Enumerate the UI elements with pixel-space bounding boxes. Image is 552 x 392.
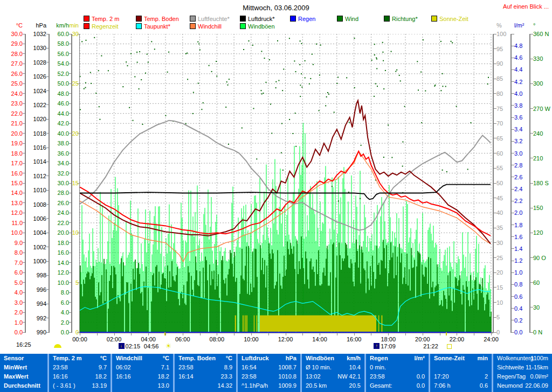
x-axis-tick	[200, 333, 201, 335]
axis-label-temp: 20.0	[0, 130, 23, 137]
table-cell: 23:581010.8	[238, 373, 300, 382]
axis-label-rain: 2.6	[514, 174, 522, 180]
axis-tick-hpa	[46, 48, 49, 48]
table-cell-label: Neumond	[497, 382, 523, 389]
axis-label-temp: 0.0	[0, 329, 23, 335]
table-cell: 16:1618.2	[49, 373, 111, 382]
x-axis-tick	[457, 333, 457, 335]
table-cell-value: 1008.7	[278, 364, 296, 370]
x-axis-tick	[371, 333, 371, 335]
x-axis-label: 08:00	[206, 336, 227, 342]
axis-tick-rain	[512, 34, 514, 34]
table-cell-label: Ø 10 min.	[306, 364, 332, 370]
axis-tick-kmh	[69, 193, 72, 193]
x-axis-label: 00:00	[69, 336, 91, 342]
legend-swatch-icon	[290, 16, 296, 22]
quick-view-link[interactable]: Auf einen Blick ...	[503, 3, 549, 10]
table-cell-label: Sonne-Zeit	[434, 355, 465, 361]
axis-label-temp: 4.0	[0, 289, 23, 296]
x-axis-tick	[234, 333, 234, 335]
moonset-icon: ↓	[119, 343, 125, 349]
axis-label-rain: 0.4	[514, 305, 522, 312]
axis-label-temp: 24.0	[0, 90, 23, 97]
table-cell-label: Temp. 2 m	[53, 355, 82, 361]
x-axis-tick	[474, 333, 474, 335]
axis-label-kmh: 54.0	[45, 60, 69, 67]
plot-area[interactable]	[80, 34, 492, 333]
axis-label-deg: 270 W	[533, 106, 550, 112]
table-cell: Neumond22.06.09	[493, 382, 552, 391]
legend-item-temp-2-m: Temp. 2 m	[84, 16, 119, 22]
table-cell: 7:06 h0.6	[430, 382, 492, 391]
table-cell: 13:02NW 42.1	[302, 373, 364, 382]
table-cell: Sonne-Zeitmin	[430, 355, 492, 363]
legend-item-windchill: Windchill	[190, 23, 222, 29]
axis-label-kmh: 4.0	[45, 309, 69, 316]
axis-label-temp: 30.0	[0, 31, 23, 37]
legend-item-richtung-: Richtung*	[384, 16, 418, 22]
axis-tick-hpa	[46, 218, 49, 219]
table-cell-label: MinWert	[4, 364, 27, 370]
axis-label-hpa: 1014	[23, 158, 46, 165]
axis-label-temp: 29.0	[0, 40, 23, 47]
table-cell: 0 min.	[366, 364, 429, 373]
legend-item-sonne-zeit: Sonne-Zeit	[431, 16, 468, 22]
table-cell-label: Wolkenunterg	[497, 355, 534, 361]
axis-label-hum: 15	[496, 284, 503, 291]
axis-label-rain: 1.8	[514, 222, 522, 228]
table-cell-label: 23:58	[370, 373, 385, 380]
legend-swatch-icon	[190, 16, 196, 22]
axis-tick-kmh	[69, 143, 72, 144]
axis-label-rain: 1.6	[514, 234, 522, 240]
legend-swatch-icon	[240, 23, 246, 29]
axis-tick-temp	[23, 44, 25, 44]
axis-label-kmh: 24.0	[45, 209, 69, 216]
table-cell-label: Temp. Boden	[178, 355, 216, 361]
axis-tick-kmh	[69, 242, 72, 243]
axis-tick-kmh	[69, 93, 72, 94]
axis-tick-temp	[23, 143, 25, 144]
axis-label-kmh: 22.0	[45, 220, 69, 226]
axis-label-temp: 11.0	[0, 220, 23, 226]
legend-swatch-icon	[136, 16, 142, 22]
axis-label-hpa: 1020	[23, 116, 46, 122]
axis-label-rain: 0.0	[514, 329, 522, 335]
table-cell-value: 8.9	[224, 364, 232, 370]
axis-tick-temp	[23, 322, 25, 323]
axis-tick-temp	[23, 222, 25, 223]
axis-label-temp: 23.0	[0, 100, 23, 107]
axis-tick-hpa	[46, 119, 49, 120]
sunrise-axis-tick	[164, 332, 165, 335]
corner-marker-icon	[54, 344, 61, 348]
x-axis-tick	[165, 333, 166, 335]
legend-item-luftfeuchte-: Luftfeuchte*	[190, 16, 230, 22]
axis-tick-kmh	[69, 153, 72, 153]
legend-item-regenzeit: Regenzeit	[84, 23, 119, 29]
table-cell: 23:589.7	[49, 364, 111, 373]
table-cell: Regenl/m²	[366, 355, 429, 363]
x-axis-tick	[337, 333, 337, 335]
axis-label-temp: 3.0	[0, 299, 23, 306]
table-cell: 06:027.1	[112, 364, 173, 373]
axis-unit-deg: °	[533, 22, 535, 29]
axis-label-kmh: 16.0	[45, 249, 69, 256]
axis-tick-kmh	[69, 173, 72, 173]
axis-label-rain: 3.6	[514, 114, 522, 121]
axis-label-temp: 28.0	[0, 51, 23, 57]
axis-label-min: 15	[55, 180, 79, 186]
moonrise-time: 17:09	[381, 343, 396, 349]
axis-label-min: 30	[55, 31, 79, 37]
legend-label: Temp. Boden	[144, 16, 179, 22]
axis-tick-kmh	[69, 163, 72, 164]
axis-label-kmh: 28.0	[45, 190, 69, 196]
axis-label-hpa: 1000	[23, 258, 46, 264]
summary-table: SensorMinWertMaxWertDurchschnittTemp. 2 …	[0, 354, 552, 392]
x-axis-tick	[268, 333, 269, 335]
table-cell: 17:202	[430, 373, 492, 382]
axis-label-kmh: 6.0	[45, 299, 69, 306]
axis-label-hpa: 990	[23, 329, 46, 335]
axis-label-temp: 2.0	[0, 309, 23, 316]
axis-label-rain: 4.4	[514, 66, 522, 73]
axis-label-rain: 1.4	[514, 246, 522, 252]
legend-label: Taupunkt*	[144, 23, 170, 30]
